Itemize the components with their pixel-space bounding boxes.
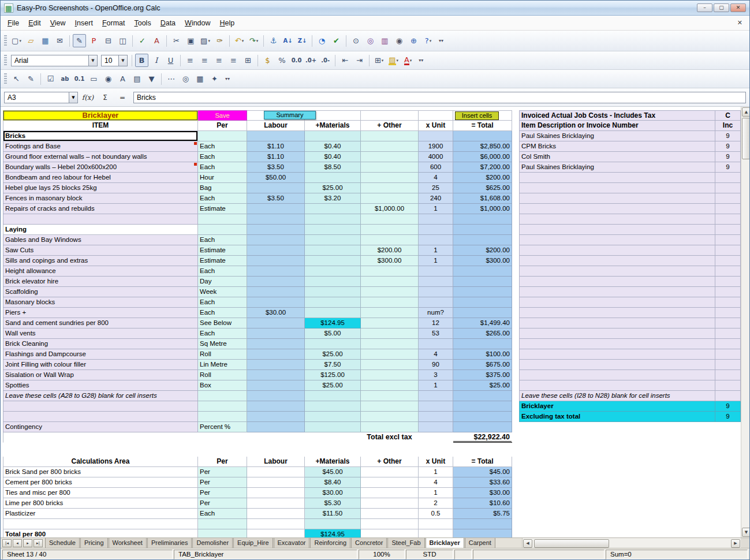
- item-cell[interactable]: Ties and misc per 800: [3, 488, 198, 498]
- calc-header-materials[interactable]: +Materials: [305, 457, 361, 467]
- unit-cell[interactable]: [419, 235, 453, 245]
- combo-box-icon[interactable]: ▼: [145, 72, 158, 85]
- invoice-desc-cell[interactable]: [519, 277, 715, 287]
- item-cell[interactable]: Boundary walls – Hebel 200x600x200: [3, 162, 198, 173]
- option-button-icon[interactable]: ◉: [102, 72, 115, 85]
- total-cell[interactable]: $1,000.00: [453, 204, 512, 214]
- insert-chart-icon[interactable]: ◔: [315, 34, 329, 47]
- invoice-desc-cell[interactable]: [519, 328, 715, 339]
- unit-cell[interactable]: 90: [419, 360, 453, 370]
- materials-cell[interactable]: [305, 256, 361, 266]
- other-cell[interactable]: [361, 225, 419, 235]
- align-left-icon[interactable]: ≡: [184, 54, 197, 67]
- last-sheet-button[interactable]: ▸|: [33, 539, 43, 547]
- font-name-combo[interactable]: Arial ▼: [11, 55, 98, 66]
- item-cell[interactable]: Footings and Base: [3, 141, 198, 152]
- per-cell[interactable]: Each: [198, 266, 247, 277]
- total-cell[interactable]: $200.00: [453, 245, 512, 256]
- more-controls-icon[interactable]: ⋯: [165, 72, 178, 85]
- navigator-icon[interactable]: ◎: [364, 34, 377, 47]
- total-cell[interactable]: [453, 131, 512, 141]
- unit-cell[interactable]: 1900: [419, 141, 453, 152]
- item-cell[interactable]: Repairs of cracks and rebuilds: [3, 204, 198, 214]
- labour-cell[interactable]: [247, 318, 305, 328]
- tab-demolisher[interactable]: Demolisher: [192, 538, 233, 548]
- materials-cell[interactable]: [305, 214, 361, 225]
- per-cell[interactable]: Each: [198, 328, 247, 339]
- materials-cell[interactable]: $8.50: [305, 162, 361, 173]
- invoice-amount-cell[interactable]: [715, 360, 741, 370]
- invoice-desc-cell[interactable]: [519, 349, 715, 360]
- total-cell[interactable]: $25.00: [453, 380, 512, 391]
- invoice-amount-cell[interactable]: [715, 328, 741, 339]
- per-cell[interactable]: Each: [198, 193, 247, 204]
- unit-cell[interactable]: 4000: [419, 152, 453, 162]
- calc-header-labour[interactable]: Labour: [247, 457, 305, 467]
- total-cell[interactable]: [453, 519, 512, 529]
- cell[interactable]: Insert cells: [453, 110, 512, 121]
- scroll-up-icon[interactable]: ▲: [742, 107, 750, 117]
- other-cell[interactable]: [361, 141, 419, 152]
- labour-cell[interactable]: [247, 183, 305, 193]
- tab-equip-hire[interactable]: Equip_Hire: [233, 538, 273, 548]
- per-cell[interactable]: Per: [198, 498, 247, 509]
- unit-cell[interactable]: 4: [419, 349, 453, 360]
- unit-cell[interactable]: 240: [419, 193, 453, 204]
- labour-cell[interactable]: [247, 422, 305, 432]
- design-mode-icon[interactable]: ✎: [24, 72, 38, 85]
- tab-excavator[interactable]: Excavator: [274, 538, 310, 548]
- menu-insert[interactable]: Insert: [70, 17, 98, 29]
- per-cell[interactable]: [198, 131, 247, 141]
- previous-sheet-button[interactable]: ◂: [13, 539, 22, 547]
- help-icon[interactable]: ?▾: [421, 34, 435, 47]
- per-cell[interactable]: Each: [198, 297, 247, 308]
- unit-cell[interactable]: [419, 519, 453, 529]
- unit-cell[interactable]: [419, 339, 453, 349]
- invoice-desc-cell[interactable]: [519, 214, 715, 225]
- item-cell[interactable]: Plasticizer: [3, 509, 198, 519]
- equals-button[interactable]: =: [115, 92, 130, 103]
- materials-cell[interactable]: $5.30: [305, 498, 361, 509]
- item-cell[interactable]: [3, 214, 198, 225]
- invoice-amount-cell[interactable]: [715, 214, 741, 225]
- total-excl-tax-label[interactable]: Total excl tax: [361, 432, 419, 443]
- other-cell[interactable]: [361, 318, 419, 328]
- horizontal-scrollbar[interactable]: ◀ ▶: [522, 538, 741, 548]
- per-cell[interactable]: Each: [198, 235, 247, 245]
- sort-ascending-icon[interactable]: A↓: [281, 34, 294, 47]
- per-cell[interactable]: Week: [198, 287, 247, 297]
- labour-cell[interactable]: [247, 287, 305, 297]
- labour-cell[interactable]: [247, 235, 305, 245]
- other-cell[interactable]: [361, 131, 419, 141]
- invoice-amount-cell[interactable]: [715, 308, 741, 318]
- unit-cell[interactable]: 53: [419, 328, 453, 339]
- invoice-amount-cell[interactable]: [715, 318, 741, 328]
- status-zoom[interactable]: 100%: [359, 550, 405, 559]
- cell[interactable]: [419, 432, 453, 443]
- format-paintbrush-icon[interactable]: ✑: [213, 34, 226, 47]
- toolbar-grip[interactable]: [4, 35, 7, 47]
- per-cell[interactable]: Each: [198, 141, 247, 152]
- wizard-icon[interactable]: ✦: [208, 72, 221, 85]
- export-pdf-icon[interactable]: P: [87, 34, 100, 47]
- tab-preliminaries[interactable]: Preliminaries: [147, 538, 192, 548]
- item-cell[interactable]: Ground floor external walls – not bounda…: [3, 152, 198, 162]
- total-cell[interactable]: $2,850.00: [453, 141, 512, 152]
- materials-cell[interactable]: $25.00: [305, 349, 361, 360]
- redo-icon[interactable]: ↷▾: [247, 34, 260, 47]
- labour-cell[interactable]: [247, 214, 305, 225]
- invoice-desc-cell[interactable]: Excluding tax total: [519, 412, 715, 422]
- item-cell[interactable]: [3, 519, 198, 529]
- other-cell[interactable]: [361, 152, 419, 162]
- total-cell[interactable]: [453, 422, 512, 432]
- labour-cell[interactable]: [247, 245, 305, 256]
- col-header-total[interactable]: = Total: [453, 121, 512, 131]
- unit-cell[interactable]: 1: [419, 204, 453, 214]
- labour-cell[interactable]: [247, 256, 305, 266]
- tab-bricklayer[interactable]: Bricklayer: [426, 538, 464, 548]
- decrease-indent-icon[interactable]: ⇤: [338, 54, 352, 67]
- total-cell[interactable]: $1,499.40: [453, 318, 512, 328]
- number-percent-icon[interactable]: %: [275, 54, 289, 67]
- total-cell[interactable]: [453, 391, 512, 401]
- item-cell[interactable]: Saw Cuts: [3, 245, 198, 256]
